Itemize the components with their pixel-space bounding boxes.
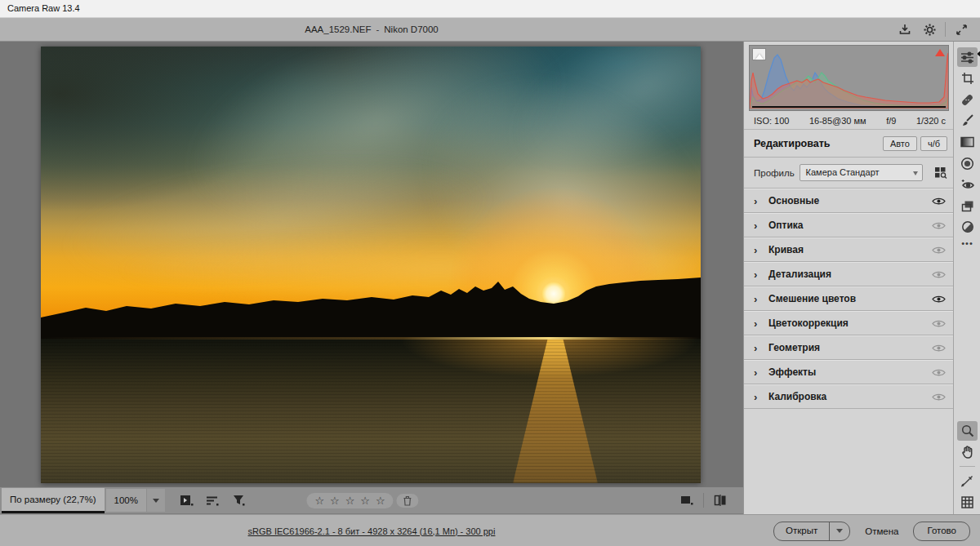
image-canvas[interactable]	[0, 41, 743, 487]
open-button-group: Открыт	[773, 522, 850, 541]
edit-side-panel: ISO: 100 16-85@30 мм f/9 1/320 с Редакти…	[743, 41, 954, 514]
chevron-right-icon: ›	[754, 342, 768, 354]
tool-column: •••	[953, 41, 980, 514]
section-detalizaciya[interactable]: › Детализация	[744, 262, 954, 286]
toolbar-divider	[945, 22, 946, 37]
sort-order-icon[interactable]	[204, 492, 220, 508]
graduated-filter-tool[interactable]	[957, 132, 978, 152]
histogram[interactable]	[749, 45, 949, 111]
filename-separator: -	[371, 24, 384, 34]
filmstrip-toggle-icon[interactable]	[178, 492, 194, 508]
trash-icon[interactable]	[397, 494, 419, 508]
section-optika[interactable]: › Оптика	[744, 213, 954, 237]
footer-bar: sRGB IEC61966-2.1 - 8 бит - 4928 x 3264 …	[0, 514, 980, 546]
section-cvetokorrekciya[interactable]: › Цветокоррекция	[744, 311, 954, 335]
gear-icon[interactable]	[917, 20, 942, 38]
fit-to-size-button[interactable]: По размеру (22,7%)	[2, 488, 105, 513]
star-icon[interactable]: ☆	[360, 495, 370, 507]
zoom-100-button[interactable]: 100%	[106, 489, 146, 512]
profile-select[interactable]: Камера Стандарт	[800, 164, 923, 181]
chevron-right-icon: ›	[754, 317, 768, 330]
eye-icon[interactable]	[932, 319, 946, 328]
save-icon[interactable]	[893, 20, 917, 38]
eye-icon[interactable]	[932, 197, 946, 206]
aperture-value: f/9	[886, 116, 896, 126]
star-icon[interactable]: ☆	[376, 495, 385, 507]
open-options-dropdown[interactable]	[829, 522, 849, 540]
chevron-right-icon: ›	[754, 391, 768, 403]
window-title-bar: Camera Raw 13.4	[0, 0, 980, 18]
zoom-status-strip: По размеру (22,7%) 100% ☆ ☆ ☆ ☆ ☆	[0, 487, 743, 514]
file-info-header: AAA_1529.NEF-Nikon D7000	[0, 18, 743, 41]
chevron-right-icon: ›	[754, 244, 768, 256]
section-smeshenie-cvetov[interactable]: › Смешение цветов	[744, 286, 954, 311]
more-dots[interactable]: •••	[954, 238, 980, 248]
section-geometriya[interactable]: › Геометрия	[744, 335, 954, 360]
open-button[interactable]: Открыт	[774, 522, 829, 540]
done-button[interactable]: Готово	[913, 522, 970, 541]
camera-raw-window: Camera Raw 13.4 AAA_1529.NEF-Nikon D7000	[0, 0, 980, 546]
chevron-right-icon: ›	[754, 220, 768, 232]
edit-header-row: Редактировать Авто ч/б	[744, 130, 954, 158]
healing-tool[interactable]	[957, 90, 978, 109]
edit-sections: › Основные › Оптика › Кривая › Детализац…	[744, 189, 954, 409]
star-icon[interactable]: ☆	[345, 495, 355, 507]
hand-tool[interactable]	[957, 442, 978, 462]
brush-tool[interactable]	[957, 111, 978, 131]
more-settings-tool[interactable]	[957, 217, 978, 237]
highlight-clipping-indicator[interactable]	[935, 49, 945, 56]
section-kalibrovka[interactable]: › Калибровка	[744, 384, 954, 409]
edit-panel-title: Редактировать	[754, 138, 880, 149]
presets-tool[interactable]	[957, 196, 978, 215]
fullscreen-icon[interactable]	[949, 20, 973, 38]
camera-model: Nikon D7000	[384, 24, 438, 34]
zoom-level-dropdown[interactable]	[147, 489, 165, 512]
top-toolbar: AAA_1529.NEF-Nikon D7000	[0, 18, 980, 42]
profile-row: Профиль Камера Стандарт	[744, 158, 954, 189]
zoom-tool[interactable]	[957, 421, 978, 441]
section-osnovnye[interactable]: › Основные	[744, 189, 954, 213]
eye-icon[interactable]	[932, 344, 946, 353]
red-eye-tool[interactable]	[957, 175, 978, 194]
star-icon[interactable]: ☆	[330, 495, 340, 507]
star-rating: ☆ ☆ ☆ ☆ ☆	[306, 493, 418, 508]
chevron-right-icon: ›	[754, 195, 768, 207]
edit-tool[interactable]	[957, 47, 978, 67]
section-krivaya[interactable]: › Кривая	[744, 237, 954, 262]
shadow-clipping-indicator[interactable]	[752, 48, 766, 60]
bw-button[interactable]: ч/б	[920, 136, 947, 151]
chevron-right-icon: ›	[754, 269, 768, 281]
chevron-right-icon: ›	[754, 366, 768, 379]
color-space-info-link[interactable]: sRGB IEC61966-2.1 - 8 бит - 4928 x 3264 …	[248, 526, 496, 536]
iso-value: ISO: 100	[754, 116, 789, 126]
mountain-silhouette	[41, 47, 701, 340]
filter-icon[interactable]	[230, 492, 247, 508]
shutter-value: 1/320 с	[916, 116, 946, 126]
eye-icon[interactable]	[932, 295, 946, 304]
filename: AAA_1529.NEF	[305, 24, 371, 34]
window-title: Camera Raw 13.4	[0, 0, 80, 17]
grid-view-icon[interactable]	[957, 492, 978, 512]
crop-tool[interactable]	[957, 69, 978, 88]
eye-icon[interactable]	[932, 246, 946, 255]
white-balance-sampler-icon[interactable]	[957, 471, 978, 491]
star-icon[interactable]: ☆	[314, 495, 324, 507]
exif-info-row: ISO: 100 16-85@30 мм f/9 1/320 с	[744, 111, 954, 130]
profile-browser-icon[interactable]	[934, 166, 947, 179]
eye-icon[interactable]	[932, 368, 946, 377]
photo-preview[interactable]	[41, 47, 701, 483]
photo-sea	[41, 339, 701, 483]
cancel-button[interactable]: Отмена	[865, 526, 898, 536]
eye-icon[interactable]	[932, 221, 946, 230]
preview-mode-icon[interactable]	[679, 492, 695, 508]
section-effekty[interactable]: › Эффекты	[744, 360, 954, 384]
radial-filter-tool[interactable]	[957, 153, 978, 173]
auto-button[interactable]: Авто	[883, 136, 917, 151]
before-after-view-icon[interactable]	[712, 492, 728, 508]
lens-value: 16-85@30 мм	[809, 116, 866, 126]
eye-icon[interactable]	[932, 393, 946, 402]
chevron-right-icon: ›	[754, 293, 768, 305]
eye-icon[interactable]	[932, 270, 946, 279]
profile-label: Профиль	[754, 168, 800, 178]
